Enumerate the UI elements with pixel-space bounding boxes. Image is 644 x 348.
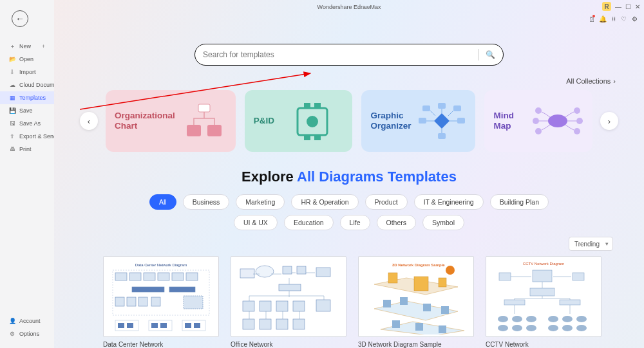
filter-business[interactable]: Business <box>183 194 230 210</box>
all-collections-link[interactable]: All Collections › <box>54 66 644 90</box>
svg-rect-50 <box>283 266 292 274</box>
template-label: Office Network <box>231 341 346 348</box>
svg-point-22 <box>533 118 539 124</box>
sidebar-item-import[interactable]: ⇩Import <box>0 66 54 78</box>
svg-rect-68 <box>400 297 408 305</box>
search-icon[interactable]: 🔍 <box>486 50 495 59</box>
svg-rect-76 <box>533 270 552 282</box>
svg-rect-66 <box>439 278 446 287</box>
sidebar-item-account[interactable]: 👤Account <box>0 315 54 327</box>
close-button[interactable]: ✕ <box>635 3 640 10</box>
sidebar-item-label: Export & Send <box>19 133 54 140</box>
filter-marketing[interactable]: Marketing <box>236 194 285 210</box>
sidebar-bottom: 👤Account ⚙Options <box>0 315 54 348</box>
minimize-button[interactable]: — <box>615 3 621 10</box>
card-title: Mind Map <box>493 111 526 131</box>
filter-product[interactable]: Product <box>365 194 408 210</box>
template-thumb-cctv[interactable]: CCTV Network Diagram <box>486 256 601 337</box>
svg-rect-29 <box>158 273 169 280</box>
carousel-prev-button[interactable]: ‹ <box>80 112 98 130</box>
back-button[interactable]: ← <box>12 10 28 27</box>
sidebar-item-label: Options <box>19 331 39 337</box>
category-card-pid[interactable]: P&ID <box>245 90 353 152</box>
sidebar-item-save[interactable]: 💾Save <box>0 104 54 117</box>
save-icon: 💾 <box>9 107 15 114</box>
svg-rect-62 <box>293 319 305 329</box>
sidebar-item-saveas[interactable]: 🖫Save As <box>0 117 54 130</box>
pid-icon <box>281 102 343 140</box>
sidebar-item-label: Templates <box>19 95 46 101</box>
filter-building[interactable]: Building Plan <box>490 194 549 210</box>
filter-life[interactable]: Life <box>340 215 370 230</box>
sidebar-item-label: Print <box>19 146 32 152</box>
svg-rect-65 <box>414 277 428 291</box>
svg-point-85 <box>548 316 558 322</box>
svg-rect-28 <box>144 273 155 280</box>
svg-point-20 <box>574 107 580 114</box>
export-icon: ⇧ <box>9 133 15 140</box>
sidebar-item-label: New <box>19 43 31 50</box>
template-item: CCTV Network Diagram <box>486 256 601 348</box>
svg-point-89 <box>512 325 522 331</box>
svg-rect-7 <box>304 135 310 140</box>
svg-rect-72 <box>415 323 423 331</box>
sidebar: ← ＋New+ 📂Open ⇩Import ☁Cloud Documents ▦… <box>0 0 54 348</box>
template-item: Office Network <box>231 256 346 348</box>
filter-all[interactable]: All <box>149 194 176 210</box>
add-icon[interactable]: + <box>42 43 45 50</box>
filter-uiux[interactable]: UI & UX <box>234 215 278 230</box>
sidebar-item-open[interactable]: 📂Open <box>0 53 54 66</box>
template-label: CCTV Network <box>486 341 601 348</box>
template-thumb-3d[interactable]: 3D Network Diagram Sample <box>358 256 474 337</box>
filter-it[interactable]: IT & Engineering <box>414 194 484 210</box>
filter-education[interactable]: Education <box>284 215 334 230</box>
search-box[interactable]: 🔍 <box>194 44 504 66</box>
svg-point-18 <box>535 107 542 114</box>
svg-point-93 <box>576 325 587 331</box>
chevron-right-icon: › <box>613 77 616 85</box>
svg-rect-8 <box>314 135 321 140</box>
app-title: Wondershare EdrawMax <box>317 4 381 10</box>
svg-rect-55 <box>260 301 271 311</box>
svg-rect-53 <box>279 284 301 291</box>
content-area: 🔍 All Collections › ‹ Organizational Cha… <box>54 14 644 348</box>
svg-rect-52 <box>316 268 330 277</box>
svg-point-9 <box>307 116 318 127</box>
maximize-button[interactable]: ☐ <box>625 3 631 10</box>
search-input[interactable] <box>203 50 472 59</box>
folder-icon: 📂 <box>9 56 15 62</box>
sidebar-item-new[interactable]: ＋New+ <box>0 40 54 53</box>
svg-rect-71 <box>392 320 400 328</box>
svg-rect-57 <box>293 301 305 311</box>
sidebar-item-templates[interactable]: ▦Templates <box>0 91 54 104</box>
svg-rect-61 <box>276 319 288 329</box>
svg-rect-36 <box>138 297 147 306</box>
sidebar-item-cloud[interactable]: ☁Cloud Documents <box>0 78 54 91</box>
sidebar-item-export[interactable]: ⇧Export & Send <box>0 130 54 143</box>
svg-rect-69 <box>423 304 431 311</box>
user-badge[interactable]: R <box>602 2 611 11</box>
template-thumb-office[interactable] <box>231 256 346 337</box>
filter-pills: All Business Marketing HR & Operation Pr… <box>54 194 644 230</box>
filter-others[interactable]: Others <box>377 215 417 230</box>
explore-highlight: All Diagrams Templates <box>297 169 457 185</box>
svg-point-82 <box>498 316 508 322</box>
category-card-mindmap[interactable]: Mind Map <box>484 90 592 152</box>
category-card-graphic-organizer[interactable]: Graphic Organizer <box>361 90 475 152</box>
category-card-orgchart[interactable]: Organizational Chart <box>106 90 236 152</box>
import-icon: ⇩ <box>9 69 15 75</box>
filter-symbol[interactable]: Symbol <box>422 215 464 230</box>
carousel-next-button[interactable]: › <box>600 112 618 130</box>
sort-select[interactable]: Trending <box>569 237 613 251</box>
titlebar: Wondershare EdrawMax R — ☐ ✕ <box>54 0 644 14</box>
sidebar-item-options[interactable]: ⚙Options <box>0 327 54 340</box>
svg-point-19 <box>535 128 542 134</box>
sidebar-item-print[interactable]: 🖶Print <box>0 143 54 156</box>
svg-point-21 <box>574 128 580 134</box>
explore-heading: Explore All Diagrams Templates <box>54 169 644 185</box>
template-thumb-datacenter[interactable]: Data Center Network Diagram <box>103 256 219 337</box>
svg-point-90 <box>526 325 536 331</box>
saveas-icon: 🖫 <box>9 120 15 127</box>
filter-hr[interactable]: HR & Operation <box>291 194 358 210</box>
svg-rect-54 <box>243 301 254 311</box>
